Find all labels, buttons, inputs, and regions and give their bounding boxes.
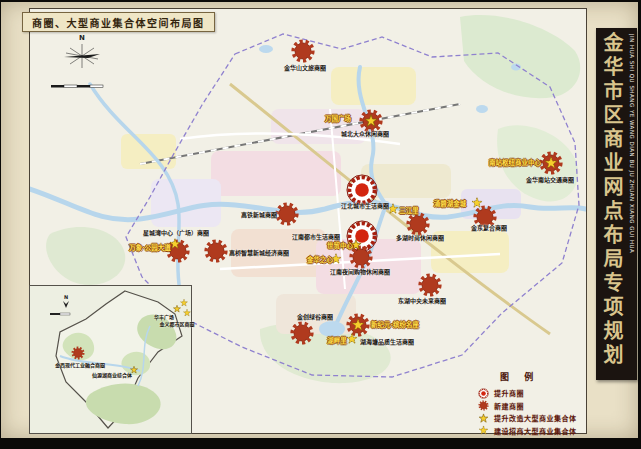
map-title: 商圈、大型商业集合体空间布局图 [32, 15, 205, 30]
map-title-box: 商圈、大型商业集合体空间布局图 [22, 12, 215, 32]
legend-item: 建设招商大型商业集合体 [478, 425, 594, 438]
inset-map-base: N [30, 286, 191, 433]
legend-item-label: 提升商圈 [494, 388, 524, 398]
svg-text:N: N [64, 294, 68, 300]
compass-north-label: N [62, 34, 102, 42]
compass-rose: N [62, 34, 102, 78]
legend-item: 提升商圈 [478, 387, 594, 400]
star-dashed-legend-icon [478, 425, 489, 436]
inset-region-map: N [29, 285, 192, 434]
scallop-legend-icon [478, 400, 489, 411]
legend-rows: 提升商圈新建商圈提升改造大型商业集合体建设招商大型商业集合体 [478, 387, 594, 437]
legend-item-label: 新建商圈 [494, 401, 524, 411]
legend-item-label: 建设招商大型商业集合体 [494, 426, 577, 436]
legend-item-label: 提升改造大型商业集合体 [494, 413, 577, 423]
legend-item: 新建商圈 [478, 400, 594, 413]
legend-item: 提升改造大型商业集合体 [478, 412, 594, 425]
legend: 图 例 提升商圈新建商圈提升改造大型商业集合体建设招商大型商业集合体 [478, 370, 594, 437]
planning-map-sheet: N 商圈、大型商业集合体空间布局图 N [0, 0, 641, 449]
legend-title: 图 例 [500, 370, 594, 383]
star-solid-legend-icon [478, 413, 489, 424]
plan-title-pinyin: JIN HUA SHI QU SHANG YE WANG DIAN BU JU … [625, 34, 635, 380]
scale-bar [50, 76, 104, 85]
plan-title-vertical: 金华市区商业网点布局专项规划 [599, 32, 625, 380]
ring-legend-icon [478, 388, 489, 399]
scale-bar-graphic [50, 82, 104, 91]
side-title-banner: 金华市区商业网点布局专项规划 JIN HUA SHI QU SHANG YE W… [596, 28, 637, 380]
compass-icon [62, 42, 102, 70]
